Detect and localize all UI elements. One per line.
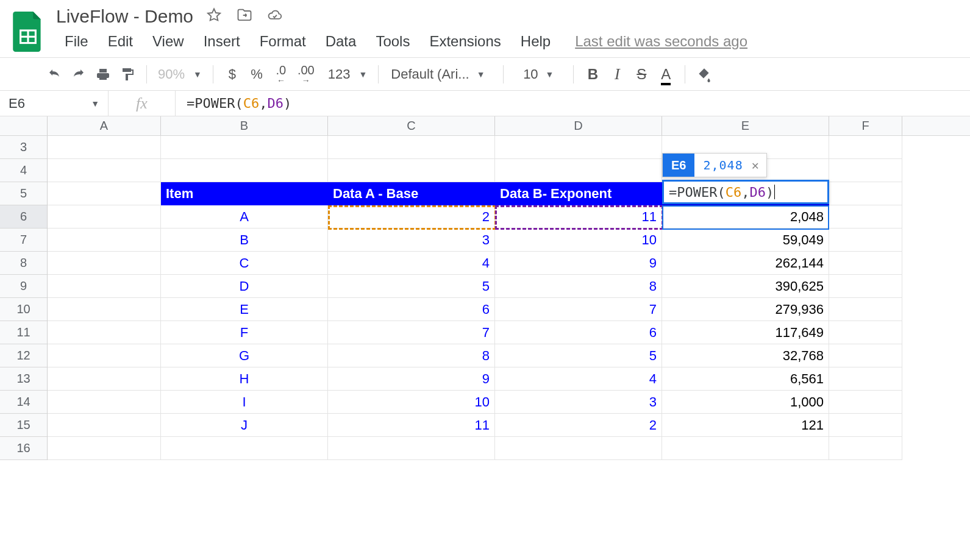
cell[interactable] <box>829 367 902 391</box>
cell-out[interactable]: 279,936 <box>662 298 829 321</box>
cell[interactable] <box>662 437 829 460</box>
cell[interactable] <box>829 159 902 182</box>
row-header[interactable]: 16 <box>0 437 47 460</box>
document-title[interactable]: LiveFlow - Demo <box>56 6 193 27</box>
cell-item[interactable]: F <box>161 321 328 344</box>
name-box[interactable]: E6 ▼ <box>0 91 109 116</box>
menu-format[interactable]: Format <box>251 30 315 52</box>
row-header[interactable]: 12 <box>0 344 47 367</box>
table-header-item[interactable]: Item <box>161 182 328 205</box>
cell[interactable] <box>161 437 328 460</box>
cell[interactable] <box>328 136 495 159</box>
redo-button[interactable] <box>67 63 90 86</box>
cell[interactable] <box>48 437 161 460</box>
cell-item[interactable]: B <box>161 229 328 252</box>
cell-base[interactable]: 4 <box>328 252 495 275</box>
sheets-app-icon[interactable] <box>12 10 44 53</box>
cell-out[interactable]: 6,561 <box>662 367 829 391</box>
cell-exp[interactable]: 3 <box>495 391 662 414</box>
row-header[interactable]: 13 <box>0 367 47 391</box>
cell-item[interactable]: G <box>161 344 328 367</box>
formula-bar[interactable]: =POWER(C6,D6) <box>176 91 970 116</box>
cell-exp[interactable]: 2 <box>495 414 662 437</box>
cell[interactable] <box>48 229 161 252</box>
cell-out[interactable]: 117,649 <box>662 321 829 344</box>
cell[interactable] <box>161 159 328 182</box>
cell-base[interactable]: 3 <box>328 229 495 252</box>
italic-button[interactable]: I <box>605 63 629 86</box>
cell[interactable] <box>829 136 902 159</box>
cell-out[interactable]: 2,048 <box>662 205 829 229</box>
menu-insert[interactable]: Insert <box>195 30 249 52</box>
print-button[interactable] <box>91 63 115 86</box>
row-header[interactable]: 15 <box>0 414 47 437</box>
cell-exp[interactable]: 4 <box>495 367 662 391</box>
cell-base[interactable]: 9 <box>328 367 495 391</box>
cell-item[interactable]: I <box>161 391 328 414</box>
strikethrough-button[interactable]: S <box>630 63 653 86</box>
row-header[interactable]: 10 <box>0 298 47 321</box>
cell-out[interactable]: 262,144 <box>662 252 829 275</box>
cell[interactable] <box>495 437 662 460</box>
cell[interactable] <box>48 205 161 229</box>
format-currency-button[interactable]: $ <box>221 63 244 86</box>
cell-exp[interactable]: 6 <box>495 321 662 344</box>
zoom-select[interactable]: 90% ▼ <box>154 66 205 82</box>
cells-area[interactable]: Item Data A - Base Data B- Exponent Outp… <box>48 136 970 460</box>
more-formats-button[interactable]: 123 ▼ <box>319 63 371 86</box>
cell-base[interactable]: 8 <box>328 344 495 367</box>
cell-item[interactable]: A <box>161 205 328 229</box>
cell[interactable] <box>48 321 161 344</box>
cell[interactable] <box>328 437 495 460</box>
close-icon[interactable]: ✕ <box>749 158 766 172</box>
column-header[interactable]: D <box>495 116 662 135</box>
font-size-select[interactable]: 10 ▼ <box>511 66 566 82</box>
cell-out[interactable]: 1,000 <box>662 391 829 414</box>
cell[interactable] <box>48 182 161 205</box>
cell-item[interactable]: J <box>161 414 328 437</box>
menu-file[interactable]: File <box>56 30 97 52</box>
cell[interactable] <box>829 252 902 275</box>
row-header[interactable]: 5 <box>0 182 47 205</box>
cell-exp[interactable]: 5 <box>495 344 662 367</box>
column-header[interactable]: E <box>662 116 829 135</box>
cell-out[interactable]: 32,768 <box>662 344 829 367</box>
cell[interactable] <box>48 136 161 159</box>
cell-out[interactable]: 390,625 <box>662 275 829 298</box>
cell[interactable] <box>48 344 161 367</box>
increase-decimal-button[interactable]: .00 → <box>294 63 318 86</box>
cell-exp[interactable]: 8 <box>495 275 662 298</box>
cell-base[interactable]: 11 <box>328 414 495 437</box>
row-header[interactable]: 4 <box>0 159 47 182</box>
cell[interactable] <box>328 159 495 182</box>
menu-data[interactable]: Data <box>317 30 365 52</box>
cell-base[interactable]: 2 <box>328 205 495 229</box>
cell[interactable] <box>161 136 328 159</box>
menu-help[interactable]: Help <box>512 30 559 52</box>
cell-out[interactable]: 59,049 <box>662 229 829 252</box>
paint-format-button[interactable] <box>116 63 139 86</box>
cell[interactable] <box>48 159 161 182</box>
row-header[interactable]: 3 <box>0 136 47 159</box>
cell[interactable] <box>48 391 161 414</box>
bold-button[interactable]: B <box>581 63 604 86</box>
cell-base[interactable]: 6 <box>328 298 495 321</box>
menu-tools[interactable]: Tools <box>367 30 418 52</box>
cell-item[interactable]: H <box>161 367 328 391</box>
last-edit-link[interactable]: Last edit was seconds ago <box>575 33 747 50</box>
cell-item[interactable]: C <box>161 252 328 275</box>
select-all-corner[interactable] <box>0 116 48 135</box>
cell-exp[interactable]: 7 <box>495 298 662 321</box>
menu-extensions[interactable]: Extensions <box>421 30 509 52</box>
cell-exp[interactable]: 10 <box>495 229 662 252</box>
table-header-base[interactable]: Data A - Base <box>328 182 495 205</box>
undo-button[interactable] <box>43 63 66 86</box>
move-to-folder-icon[interactable] <box>236 7 253 26</box>
cell[interactable] <box>829 321 902 344</box>
cell[interactable] <box>48 414 161 437</box>
cell-item[interactable]: D <box>161 275 328 298</box>
cell-item[interactable]: E <box>161 298 328 321</box>
cell[interactable] <box>48 275 161 298</box>
cell[interactable] <box>829 298 902 321</box>
cell[interactable] <box>829 344 902 367</box>
